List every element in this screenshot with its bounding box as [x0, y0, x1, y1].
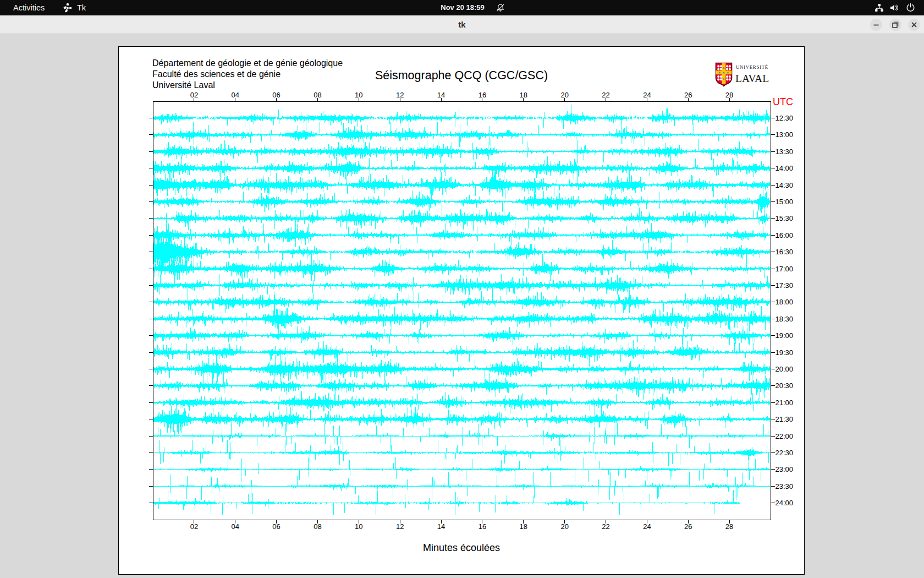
svg-text:12: 12	[396, 91, 404, 99]
svg-text:Minutes écoulées: Minutes écoulées	[423, 542, 500, 553]
svg-text:23:30: 23:30	[776, 482, 794, 490]
svg-text:04: 04	[231, 522, 239, 531]
svg-text:16:00: 16:00	[776, 231, 794, 239]
svg-text:21:00: 21:00	[776, 399, 794, 407]
svg-text:15:30: 15:30	[776, 214, 794, 222]
svg-text:19:00: 19:00	[776, 331, 794, 340]
svg-text:16: 16	[479, 91, 486, 99]
svg-text:16: 16	[479, 522, 486, 531]
svg-text:20: 20	[560, 522, 568, 531]
svg-text:06: 06	[272, 91, 280, 99]
svg-text:28: 28	[725, 91, 733, 99]
svg-text:15:00: 15:00	[776, 198, 794, 206]
svg-text:04: 04	[231, 91, 239, 99]
svg-text:14:30: 14:30	[776, 181, 794, 189]
svg-text:18: 18	[520, 91, 527, 99]
svg-text:08: 08	[314, 522, 321, 531]
svg-text:21:30: 21:30	[776, 415, 794, 423]
svg-text:12:30: 12:30	[776, 114, 794, 122]
svg-text:22:00: 22:00	[776, 432, 794, 440]
svg-text:10: 10	[355, 522, 362, 531]
svg-text:06: 06	[272, 522, 280, 531]
svg-text:16:30: 16:30	[776, 248, 794, 256]
svg-text:02: 02	[190, 522, 198, 531]
svg-text:28: 28	[725, 522, 733, 531]
svg-text:17:00: 17:00	[776, 265, 794, 273]
svg-text:24: 24	[643, 522, 651, 531]
svg-text:02: 02	[190, 91, 198, 99]
svg-text:22: 22	[602, 522, 609, 531]
svg-text:26: 26	[684, 522, 692, 531]
svg-text:18:00: 18:00	[776, 298, 794, 306]
svg-text:26: 26	[684, 91, 692, 99]
svg-text:22:30: 22:30	[776, 449, 794, 457]
svg-text:18: 18	[520, 522, 527, 531]
svg-text:17:30: 17:30	[776, 281, 794, 290]
svg-text:20:00: 20:00	[776, 365, 794, 373]
svg-text:10: 10	[355, 91, 362, 99]
svg-text:13:30: 13:30	[776, 148, 794, 156]
svg-text:24: 24	[643, 91, 651, 99]
svg-text:24:00: 24:00	[776, 499, 794, 507]
svg-text:19:30: 19:30	[776, 348, 794, 357]
svg-text:13:00: 13:00	[776, 130, 794, 139]
svg-text:12: 12	[396, 522, 404, 531]
svg-text:20: 20	[560, 91, 568, 99]
svg-text:08: 08	[314, 91, 321, 99]
svg-text:14: 14	[437, 522, 445, 531]
svg-text:18:30: 18:30	[776, 315, 794, 323]
svg-text:14: 14	[437, 91, 445, 99]
svg-text:UTC: UTC	[773, 96, 793, 107]
svg-text:20:30: 20:30	[776, 381, 794, 390]
svg-text:23:00: 23:00	[776, 465, 794, 473]
svg-text:22: 22	[602, 91, 609, 99]
svg-text:14:00: 14:00	[776, 164, 794, 172]
